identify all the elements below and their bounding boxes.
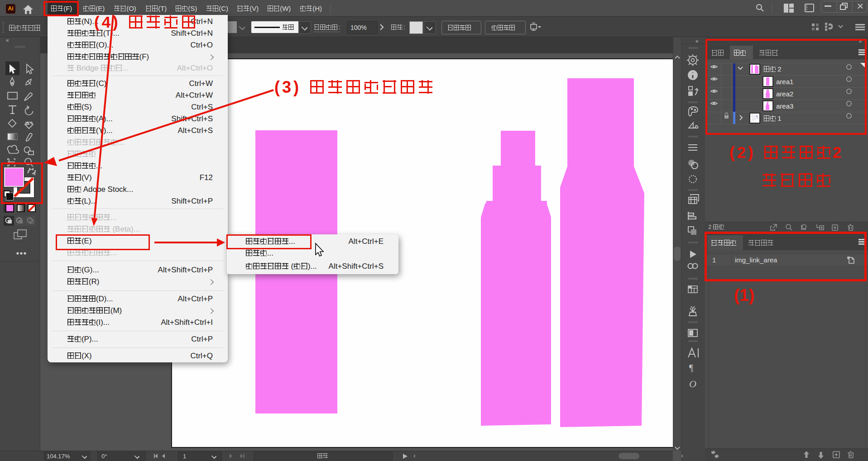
svg-text:¶: ¶: [689, 363, 693, 373]
svg-text:O: O: [689, 378, 696, 390]
